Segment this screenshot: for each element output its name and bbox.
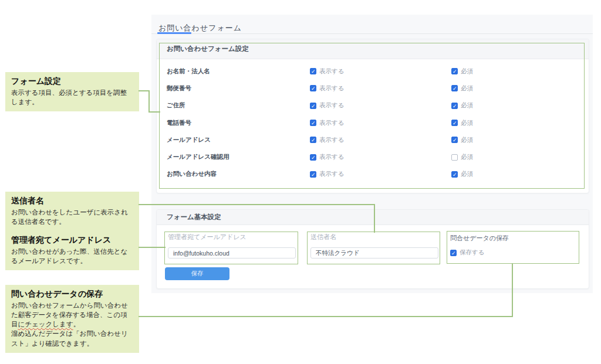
annotation-body: お問い合わせをしたユーザに表示される送信者名です。	[11, 207, 133, 227]
required-checkbox[interactable]	[451, 171, 458, 178]
admin-email-label: 管理者宛てメールアドレス	[168, 233, 247, 241]
field-name-label: ご住所	[167, 101, 310, 110]
show-checkbox-label: 表示する	[319, 153, 345, 161]
table-row: メールアドレス 表示する 必須	[157, 131, 589, 148]
show-checkbox[interactable]	[310, 137, 316, 143]
annotation-save-data: 問い合わせデータの保存 お問い合わせフォームから問い合わせた顧客データを保存する…	[5, 285, 139, 353]
sender-name-input[interactable]	[310, 247, 438, 258]
field-name-label: メールアドレス	[167, 136, 310, 144]
required-checkbox[interactable]	[451, 103, 458, 109]
annotation-sender-name: 送信者名 お問い合わせをしたユーザに表示される送信者名です。	[5, 192, 139, 231]
save-data-checkbox[interactable]	[450, 250, 457, 256]
page: お問い合わせフォーム お問い合わせフォーム設定 お名前・法人名 表示する 必須 …	[0, 0, 601, 364]
connector-line	[139, 316, 513, 317]
save-button[interactable]: 保存	[165, 267, 229, 280]
required-checkbox[interactable]	[451, 85, 458, 91]
sender-name-label: 送信者名	[310, 233, 336, 241]
contact-form-settings-panel: お問い合わせフォーム設定 お名前・法人名 表示する 必須 郵便番号 表示する 必…	[156, 39, 589, 193]
field-name-label: 郵便番号	[167, 84, 310, 93]
required-checkbox[interactable]	[451, 154, 458, 161]
show-checkbox[interactable]	[310, 120, 316, 126]
annotation-title: 問い合わせデータの保存	[11, 289, 133, 300]
required-checkbox[interactable]	[451, 68, 458, 74]
tab-active-underline	[157, 32, 191, 34]
table-row: 郵便番号 表示する 必須	[157, 80, 589, 97]
show-checkbox-label: 表示する	[319, 101, 345, 110]
admin-email-input[interactable]	[168, 247, 296, 258]
show-checkbox[interactable]	[310, 103, 316, 109]
show-checkbox[interactable]	[310, 154, 316, 161]
annotation-title: フォーム設定	[11, 76, 133, 87]
show-checkbox[interactable]	[310, 171, 316, 178]
settings-rows: お名前・法人名 表示する 必須 郵便番号 表示する 必須 ご住所 表示する 必須…	[157, 63, 589, 183]
required-checkbox-label: 必須	[461, 119, 473, 127]
form-basic-settings-panel: フォーム基本設定 管理者宛てメールアドレス 送信者名 問合せデータの保存 保存す…	[156, 209, 589, 289]
field-name-label: お名前・法人名	[167, 67, 310, 76]
show-checkbox[interactable]	[310, 85, 316, 91]
show-checkbox-label: 表示する	[319, 84, 345, 93]
show-checkbox-label: 表示する	[319, 119, 345, 127]
required-checkbox-label: 必須	[461, 84, 473, 93]
required-checkbox-label: 必須	[461, 170, 473, 178]
show-checkbox[interactable]	[310, 68, 316, 74]
table-row: メールアドレス確認用 表示する 必須	[157, 148, 589, 165]
save-data-checkbox-label: 保存する	[460, 249, 485, 257]
annotation-form-settings: フォーム設定 表示する項目、必須とする項目を調整します。	[5, 72, 139, 111]
field-name-label: 電話番号	[167, 119, 310, 127]
table-row: ご住所 表示する 必須	[157, 97, 589, 114]
required-checkbox-label: 必須	[461, 136, 473, 144]
required-checkbox-label: 必須	[461, 67, 473, 76]
table-row: 電話番号 表示する 必須	[157, 114, 589, 131]
tab-bar: お問い合わせフォーム	[151, 15, 593, 34]
show-checkbox-label: 表示する	[319, 67, 345, 76]
table-row: お問い合わせ内容 表示する 必須	[157, 166, 589, 183]
required-checkbox[interactable]	[451, 137, 458, 143]
annotation-title: 送信者名	[11, 196, 133, 206]
required-checkbox[interactable]	[451, 120, 458, 126]
annotation-body-spellcheck-text: にチェックします	[18, 321, 73, 328]
field-name-label: お問い合わせ内容	[167, 170, 310, 178]
annotation-title: 管理者宛てメールアドレス	[11, 235, 133, 246]
annotation-admin-email: 管理者宛てメールアドレス お問い合わせがあった際、送信先となるメールアドレスです…	[5, 231, 139, 270]
annotation-body: 表示する項目、必須とする項目を調整します。	[11, 88, 133, 107]
connector-line	[139, 90, 150, 91]
show-checkbox-label: 表示する	[319, 170, 345, 178]
required-checkbox-label: 必須	[461, 153, 473, 161]
required-checkbox-label: 必須	[461, 101, 473, 110]
table-row: お名前・法人名 表示する 必須	[157, 63, 589, 80]
annotation-body: お問い合わせがあった際、送信先となるメールアドレスです。	[11, 247, 133, 266]
show-checkbox-label: 表示する	[319, 136, 345, 144]
field-name-label: メールアドレス確認用	[167, 153, 310, 161]
save-data-label: 問合せデータの保存	[450, 234, 509, 243]
panel-title: フォーム基本設定	[157, 210, 589, 225]
connector-line	[148, 90, 150, 113]
panel-title: お問い合わせフォーム設定	[157, 39, 589, 59]
annotation-body: お問い合わせフォームから問い合わせた顧客データを保存する場合、この項目にチェック…	[11, 301, 133, 349]
